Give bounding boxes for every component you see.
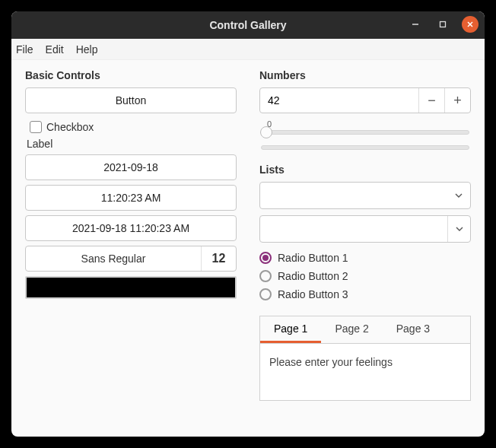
time-picker[interactable]: 11:20:23 AM	[25, 185, 237, 211]
slider-track[interactable]	[261, 130, 469, 135]
date-value: 2021-09-18	[103, 161, 158, 173]
minimize-button[interactable]	[407, 16, 424, 33]
window-title: Control Gallery	[209, 19, 286, 31]
radio-label: Radio Button 3	[278, 288, 348, 300]
checkbox-box[interactable]	[30, 121, 42, 133]
radio-button-icon[interactable]	[259, 288, 272, 300]
svg-rect-1	[440, 22, 446, 27]
tab-page-2[interactable]: Page 2	[321, 316, 382, 343]
font-size: 12	[201, 246, 236, 271]
chevron-down-icon	[447, 191, 470, 200]
combobox-2[interactable]	[259, 215, 471, 243]
menubar: File Edit Help	[11, 39, 485, 60]
button-control[interactable]: Button	[25, 87, 237, 113]
datetime-value: 2021-09-18 11:20:23 AM	[72, 222, 189, 234]
slider-thumb[interactable]	[260, 126, 272, 138]
tab-page-3[interactable]: Page 3	[383, 316, 444, 343]
time-value: 11:20:23 AM	[101, 192, 161, 204]
menu-help[interactable]: Help	[76, 43, 98, 56]
content-area: Basic Controls Button Checkbox Label 202…	[11, 60, 485, 437]
button-label: Button	[116, 94, 146, 106]
maximize-button[interactable]	[434, 16, 451, 33]
radio-label: Radio Button 1	[278, 252, 348, 264]
spinbox-input[interactable]	[260, 88, 418, 113]
static-label: Label	[27, 138, 237, 150]
numbers-title: Numbers	[259, 69, 471, 81]
chevron-down-icon[interactable]	[447, 216, 470, 242]
tab-textarea-placeholder: Please enter your feelings	[269, 356, 393, 368]
menu-file[interactable]: File	[16, 43, 33, 56]
close-button[interactable]	[462, 16, 479, 33]
font-picker[interactable]: Sans Regular 12	[25, 246, 237, 272]
tab-page-1[interactable]: Page 1	[260, 316, 321, 343]
checkbox-control[interactable]: Checkbox	[30, 121, 237, 133]
right-panel: Numbers − + 0 Lists	[259, 65, 471, 427]
font-name: Sans Regular	[26, 253, 201, 265]
combobox-1[interactable]	[259, 182, 471, 209]
tab-strip: Page 1 Page 2 Page 3	[260, 316, 470, 343]
radio-option-3[interactable]: Radio Button 3	[259, 288, 471, 300]
tabs: Page 1 Page 2 Page 3 Please enter your f…	[259, 316, 471, 401]
basic-controls-title: Basic Controls	[25, 69, 237, 81]
color-picker[interactable]	[25, 276, 237, 299]
checkbox-label: Checkbox	[46, 121, 94, 133]
spinbox[interactable]: − +	[259, 87, 471, 113]
tab-content[interactable]: Please enter your feelings	[260, 343, 470, 400]
datetime-picker[interactable]: 2021-09-18 11:20:23 AM	[25, 215, 237, 241]
slider[interactable]: 0	[261, 119, 469, 135]
window-controls	[407, 16, 479, 33]
spinbox-decrement[interactable]: −	[418, 88, 444, 113]
spinbox-increment[interactable]: +	[444, 88, 470, 113]
radio-option-1[interactable]: Radio Button 1	[259, 252, 471, 264]
slider-tick-label: 0	[267, 119, 469, 129]
lists-title: Lists	[259, 164, 471, 176]
basic-controls-panel: Basic Controls Button Checkbox Label 202…	[25, 65, 237, 427]
progress-bar	[261, 145, 469, 150]
radio-button-icon[interactable]	[259, 252, 272, 264]
app-window: Control Gallery File Edit Help Basic Con…	[11, 11, 485, 437]
radio-button-icon[interactable]	[259, 270, 272, 282]
titlebar: Control Gallery	[11, 11, 485, 39]
radio-option-2[interactable]: Radio Button 2	[259, 270, 471, 282]
radio-label: Radio Button 2	[278, 270, 348, 282]
menu-edit[interactable]: Edit	[46, 43, 64, 56]
date-picker[interactable]: 2021-09-18	[25, 154, 237, 180]
